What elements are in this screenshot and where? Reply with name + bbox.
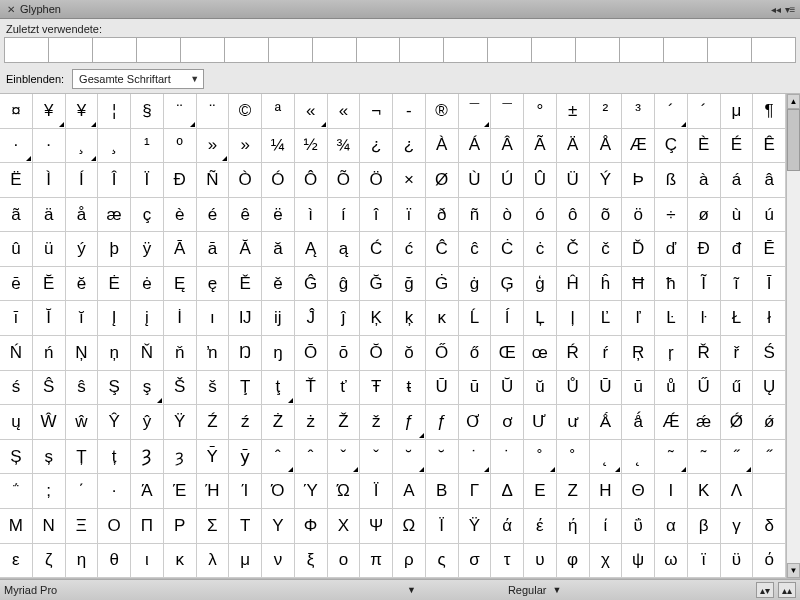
glyph-cell[interactable]: Ň <box>130 335 164 371</box>
recent-slot[interactable] <box>531 37 576 63</box>
glyph-cell[interactable]: ¿ <box>392 128 426 164</box>
glyph-cell[interactable]: ē <box>0 266 33 302</box>
glyph-cell[interactable]: ή <box>556 508 590 544</box>
font-family-dropdown[interactable]: Myriad Pro ▼ <box>4 584 416 596</box>
glyph-cell[interactable]: Õ <box>327 162 361 198</box>
glyph-cell[interactable]: œ <box>523 335 557 371</box>
glyph-cell[interactable]: θ <box>97 543 131 579</box>
glyph-cell[interactable]: ¸ <box>65 128 99 164</box>
glyph-cell[interactable]: ǿ <box>752 404 786 440</box>
glyph-cell[interactable]: ů <box>654 370 688 406</box>
glyph-cell[interactable]: ΄ <box>65 473 99 509</box>
glyph-cell[interactable]: χ <box>589 543 623 579</box>
glyph-cell[interactable]: Ä <box>556 128 590 164</box>
glyph-cell[interactable]: Ć <box>359 231 393 267</box>
glyph-cell[interactable]: ò <box>490 197 524 233</box>
glyph-cell[interactable]: ¿ <box>359 128 393 164</box>
glyph-cell[interactable]: Ö <box>359 162 393 198</box>
glyph-cell[interactable]: ȳ <box>228 439 262 475</box>
glyph-cell[interactable]: ú <box>752 197 786 233</box>
glyph-cell[interactable]: ª <box>261 93 295 129</box>
glyph-cell[interactable]: ¸ <box>97 128 131 164</box>
glyph-cell[interactable]: Ŭ <box>490 370 524 406</box>
glyph-cell[interactable]: Ν <box>32 508 66 544</box>
glyph-cell[interactable]: ö <box>621 197 655 233</box>
glyph-cell[interactable]: Ű <box>687 370 721 406</box>
glyph-cell[interactable]: ¬ <box>359 93 393 129</box>
glyph-cell[interactable]: ˆ <box>261 439 295 475</box>
glyph-cell[interactable]: Į <box>97 300 131 336</box>
glyph-cell[interactable]: Ř <box>687 335 721 371</box>
glyph-cell[interactable]: ä <box>32 197 66 233</box>
glyph-cell[interactable]: ņ <box>97 335 131 371</box>
glyph-cell[interactable]: ρ <box>392 543 426 579</box>
glyph-cell[interactable]: Ơ <box>458 404 492 440</box>
glyph-cell[interactable]: Ϋ <box>458 508 492 544</box>
glyph-cell[interactable]: σ <box>458 543 492 579</box>
recent-slot[interactable] <box>268 37 313 63</box>
glyph-cell[interactable]: ΅ <box>0 473 33 509</box>
recent-slot[interactable] <box>575 37 620 63</box>
glyph-cell[interactable]: ² <box>589 93 623 129</box>
glyph-cell[interactable]: Ų <box>752 370 786 406</box>
glyph-cell[interactable]: ż <box>294 404 328 440</box>
glyph-cell[interactable]: ς <box>425 543 459 579</box>
glyph-cell[interactable]: Ť <box>294 370 328 406</box>
vertical-scrollbar[interactable]: ▲ ▼ <box>786 94 800 578</box>
glyph-cell[interactable]: Ū <box>425 370 459 406</box>
glyph-cell[interactable]: ŭ <box>523 370 557 406</box>
glyph-cell[interactable]: Ã <box>523 128 557 164</box>
glyph-cell[interactable]: ¤ <box>0 93 33 129</box>
glyph-cell[interactable]: κ <box>163 543 197 579</box>
glyph-cell[interactable]: À <box>425 128 459 164</box>
glyph-cell[interactable]: ź <box>228 404 262 440</box>
glyph-cell[interactable]: Έ <box>163 473 197 509</box>
glyph-cell[interactable]: Ë <box>0 162 33 198</box>
glyph-cell[interactable]: Ś <box>752 335 786 371</box>
glyph-cell[interactable]: δ <box>752 508 786 544</box>
glyph-cell[interactable]: ù <box>720 197 754 233</box>
glyph-cell[interactable]: ƒ <box>425 404 459 440</box>
glyph-cell[interactable]: Œ <box>490 335 524 371</box>
glyph-cell[interactable]: ι <box>130 543 164 579</box>
glyph-cell[interactable]: Ĝ <box>294 266 328 302</box>
glyph-cell[interactable]: î <box>359 197 393 233</box>
glyph-cell[interactable]: Ŵ <box>32 404 66 440</box>
glyph-cell[interactable]: Ί <box>228 473 262 509</box>
glyph-cell[interactable]: β <box>687 508 721 544</box>
glyph-cell[interactable]: Č <box>556 231 590 267</box>
glyph-cell[interactable]: ĕ <box>65 266 99 302</box>
glyph-cell[interactable]: Ď <box>621 231 655 267</box>
glyph-cell[interactable]: ą <box>327 231 361 267</box>
glyph-cell[interactable]: ¼ <box>261 128 295 164</box>
glyph-cell[interactable]: ´ <box>654 93 688 129</box>
glyph-cell[interactable]: ˛ <box>589 439 623 475</box>
glyph-cell[interactable]: Â <box>490 128 524 164</box>
glyph-cell[interactable]: Ç <box>654 128 688 164</box>
glyph-cell[interactable]: ± <box>556 93 590 129</box>
glyph-cell[interactable]: © <box>228 93 262 129</box>
glyph-cell[interactable]: ό <box>752 543 786 579</box>
glyph-cell[interactable]: Ȝ <box>130 439 164 475</box>
glyph-cell[interactable]: ά <box>490 508 524 544</box>
glyph-cell[interactable]: · <box>32 128 66 164</box>
glyph-cell[interactable]: Ω <box>392 508 426 544</box>
glyph-cell[interactable]: Ǻ <box>589 404 623 440</box>
glyph-cell[interactable]: ˘ <box>392 439 426 475</box>
glyph-cell[interactable]: Μ <box>0 508 33 544</box>
glyph-cell[interactable]: Ζ <box>556 473 590 509</box>
glyph-cell[interactable]: ŷ <box>130 404 164 440</box>
glyph-cell[interactable]: ˜ <box>654 439 688 475</box>
glyph-cell[interactable]: ı <box>196 300 230 336</box>
glyph-cell[interactable]: Ĩ <box>687 266 721 302</box>
glyph-cell[interactable]: þ <box>97 231 131 267</box>
glyph-cell[interactable]: Ή <box>196 473 230 509</box>
glyph-cell[interactable]: č <box>589 231 623 267</box>
glyph-cell[interactable]: ¨ <box>163 93 197 129</box>
glyph-cell[interactable]: Î <box>97 162 131 198</box>
glyph-cell[interactable]: ų <box>0 404 33 440</box>
recent-slot[interactable] <box>663 37 708 63</box>
glyph-cell[interactable]: õ <box>589 197 623 233</box>
glyph-cell[interactable]: Ý <box>589 162 623 198</box>
glyph-cell[interactable]: Ĵ <box>294 300 328 336</box>
